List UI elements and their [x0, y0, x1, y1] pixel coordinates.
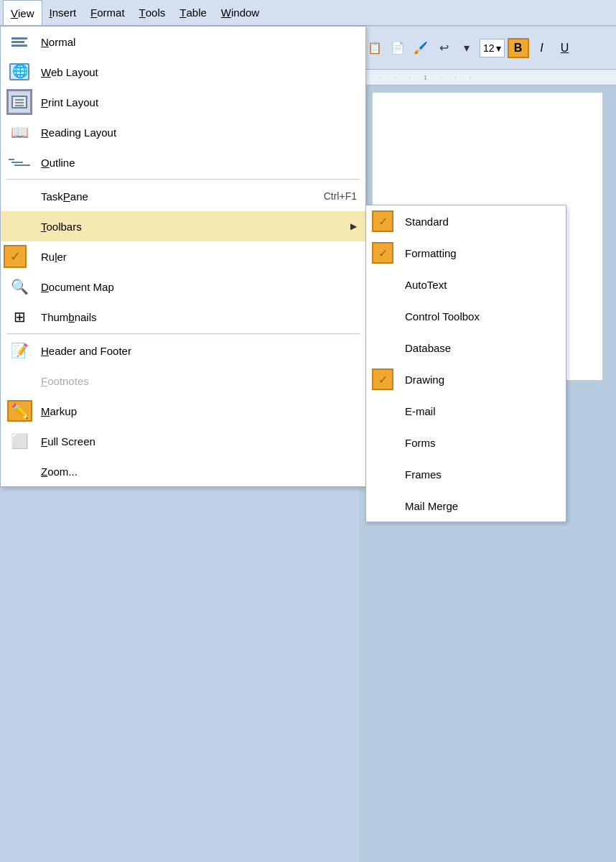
submenu-item-frames-label: Frames — [405, 468, 442, 481]
document-map-icon: 🔍 — [4, 274, 35, 300]
menu-item-web-layout-label: Web Layout — [41, 66, 98, 78]
underline-button[interactable]: U — [555, 38, 575, 58]
menu-item-web-layout[interactable]: Web Layout — [1, 57, 365, 87]
print-layout-icon-area — [4, 89, 35, 115]
menu-item-reading-layout-label: Reading Layout — [41, 126, 116, 139]
submenu-item-forms-label: Forms — [405, 437, 436, 449]
submenu-item-control-toolbox[interactable]: Control Toolbox — [366, 300, 566, 332]
menu-insert[interactable]: Insert — [42, 0, 84, 25]
submenu-item-standard-label: Standard — [405, 216, 449, 228]
submenu-item-standard[interactable]: ✓ Standard — [366, 205, 566, 237]
submenu-item-frames[interactable]: Frames — [366, 458, 566, 490]
ruler-marks: · · · · 1 · · · — [365, 74, 472, 81]
menu-item-task-pane-label: TaskPane — [41, 190, 88, 203]
toolbars-submenu: ✓ Standard ✓ Formatting AutoText Control… — [365, 205, 566, 522]
menu-item-zoom[interactable]: Zoom... — [1, 456, 365, 486]
submenu-item-drawing-label: Drawing — [405, 374, 444, 386]
menu-format[interactable]: Format — [83, 0, 132, 25]
menu-item-ruler[interactable]: ✓ Ruler — [1, 241, 365, 272]
thumbnails-icon: ⊞ — [4, 304, 35, 330]
menu-item-normal[interactable]: Normal — [1, 27, 365, 57]
menu-item-footnotes: Footnotes — [1, 366, 365, 396]
italic-button[interactable]: I — [532, 38, 552, 58]
submenu-item-mail-merge-label: Mail Merge — [405, 500, 458, 512]
toolbar: 📋 📄 🖌️ ↩ ▾ 12 ▾ B I U — [359, 27, 616, 70]
submenu-item-control-toolbox-label: Control Toolbox — [405, 310, 480, 323]
submenu-item-autotext[interactable]: AutoText — [366, 269, 566, 300]
ruler-check: ✓ — [4, 245, 27, 268]
menu-table[interactable]: Table — [172, 0, 214, 25]
submenu-item-forms[interactable]: Forms — [366, 427, 566, 458]
print-layout-selected-box — [6, 89, 32, 115]
standard-check: ✓ — [372, 210, 393, 232]
format-painter-icon[interactable]: 🖌️ — [411, 38, 431, 58]
menu-item-print-layout-label: Print Layout — [41, 96, 98, 108]
menu-item-normal-label: Normal — [41, 36, 75, 48]
menu-item-document-map-label: Document Map — [41, 281, 114, 293]
submenu-item-autotext-label: AutoText — [405, 279, 447, 291]
menu-item-outline[interactable]: Outline — [1, 147, 365, 177]
separator-2 — [6, 333, 360, 334]
separator-1 — [6, 179, 360, 180]
markup-icon: ✏️ — [4, 398, 35, 424]
submenu-item-formatting-label: Formatting — [405, 247, 457, 259]
font-size-dropdown-icon[interactable]: ▾ — [496, 42, 501, 54]
outline-icon — [4, 149, 35, 175]
menu-item-toolbars-label: Toolbars — [41, 221, 82, 233]
drawing-check: ✓ — [372, 369, 393, 390]
submenu-item-mail-merge[interactable]: Mail Merge — [366, 490, 566, 522]
font-size-value: 12 — [483, 42, 495, 54]
copy-icon[interactable]: 📄 — [388, 38, 408, 58]
submenu-item-email-label: E-mail — [405, 405, 436, 417]
submenu-item-email[interactable]: E-mail — [366, 395, 566, 427]
menu-item-reading-layout[interactable]: 📖 Reading Layout — [1, 117, 365, 147]
menu-item-document-map[interactable]: 🔍 Document Map — [1, 272, 365, 302]
menu-item-full-screen-label: Full Screen — [41, 435, 95, 448]
menu-view[interactable]: View — [3, 0, 42, 25]
menu-tools[interactable]: Tools — [132, 0, 173, 25]
menu-item-footnotes-label: Footnotes — [41, 375, 89, 387]
bold-button[interactable]: B — [508, 38, 529, 58]
submenu-item-database[interactable]: Database — [366, 332, 566, 363]
menu-item-thumbnails-label: Thumbnails — [41, 311, 97, 323]
submenu-item-database-label: Database — [405, 342, 451, 354]
print-layout-icon — [11, 96, 27, 108]
font-size-box[interactable]: 12 ▾ — [480, 39, 505, 57]
menu-item-thumbnails[interactable]: ⊞ Thumbnails — [1, 302, 365, 332]
toolbars-submenu-arrow: ▶ — [350, 221, 357, 231]
menu-item-ruler-label: Ruler — [41, 251, 67, 263]
web-layout-icon — [4, 59, 35, 85]
reading-layout-icon: 📖 — [4, 119, 35, 145]
full-screen-icon: ⬜ — [4, 428, 35, 454]
paste-icon[interactable]: 📋 — [365, 38, 385, 58]
header-footer-icon: 📝 — [4, 338, 35, 363]
menu-item-full-screen[interactable]: ⬜ Full Screen — [1, 426, 365, 456]
undo-icon[interactable]: ↩ — [434, 38, 454, 58]
submenu-item-formatting[interactable]: ✓ Formatting — [366, 237, 566, 269]
menu-item-toolbars[interactable]: Toolbars ▶ — [1, 211, 365, 241]
menu-item-zoom-label: Zoom... — [41, 465, 78, 478]
menubar: View Insert Format Tools Table Window — [0, 0, 616, 26]
menu-item-outline-label: Outline — [41, 157, 75, 169]
view-menu-dropdown: Normal Web Layout Print Layout 📖 Reading… — [0, 26, 366, 487]
menu-item-header-footer-label: Header and Footer — [41, 345, 131, 357]
normal-icon — [4, 29, 35, 55]
menu-item-header-footer[interactable]: 📝 Header and Footer — [1, 335, 365, 366]
menu-item-print-layout[interactable]: Print Layout — [1, 87, 365, 117]
submenu-item-drawing[interactable]: ✓ Drawing — [366, 363, 566, 395]
formatting-check: ✓ — [372, 242, 393, 264]
menu-window[interactable]: Window — [214, 0, 266, 25]
menu-item-markup[interactable]: ✏️ Markup — [1, 396, 365, 426]
menu-item-task-pane[interactable]: TaskPane Ctrl+F1 — [1, 181, 365, 211]
task-pane-shortcut: Ctrl+F1 — [324, 190, 357, 202]
undo-dropdown-icon[interactable]: ▾ — [457, 38, 477, 58]
ruler: · · · · 1 · · · — [359, 70, 616, 85]
menu-item-markup-label: Markup — [41, 405, 77, 417]
